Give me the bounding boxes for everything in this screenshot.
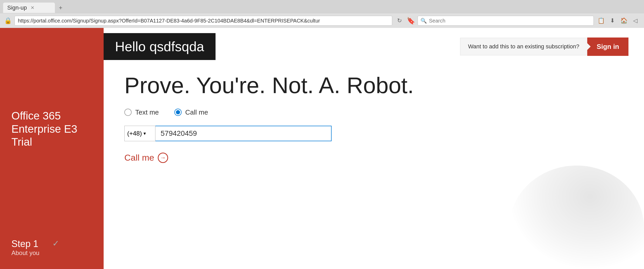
search-icon: 🔍 [420,18,427,24]
search-bar[interactable]: 🔍 [418,16,594,26]
dropdown-chevron-icon: ▾ [144,131,146,136]
security-lock-icon: 🔒 [4,17,12,24]
right-arrow-icon: → [160,154,166,161]
sidebar-product-info: Office 365 Enterprise E3 Trial [11,78,92,148]
call-me-cta-label: Call me [124,153,154,163]
step-row: Step 1 About you ✓ [11,238,92,257]
radio-selected-indicator [176,110,180,114]
phone-row: (+48) ▾ [124,126,623,141]
tab-title: Sign-up [7,4,27,11]
toolbar-icons: 📋 ⬇ 🏠 ◁ [596,16,640,25]
step-number: Step 1 [11,238,39,249]
browser-chrome: Sign-up ✕ + 🔒 https://portal.office.com/… [0,0,644,28]
contact-method-row: Text me Call me [124,108,623,116]
robot-section: Prove. You're. Not. A. Robot. Text me Ca… [104,65,644,163]
tab-bar: Sign-up ✕ + [0,0,644,13]
back-icon[interactable]: ◁ [631,16,640,25]
download-icon[interactable]: ⬇ [608,16,617,25]
hello-text: Hello qsdfsqda [115,39,204,54]
address-bar-row: 🔒 https://portal.office.com/Signup/Signu… [0,13,644,28]
background-person-image [509,166,644,269]
text-me-radio[interactable] [124,109,132,116]
page-content: Office 365 Enterprise E3 Trial Step 1 Ab… [0,28,644,269]
sign-in-button[interactable]: Sign in [587,38,628,56]
call-me-cta[interactable]: Call me → [124,153,623,163]
step-info: Step 1 About you [11,238,39,257]
bookmark-icon[interactable]: 🔖 [407,17,415,25]
step-description: About you [11,249,39,257]
main-content: Hello qsdfsqda Want to add this to an ex… [104,28,644,269]
check-icon: ✓ [52,239,59,248]
country-code-value: (+48) [127,130,142,137]
call-me-radio[interactable] [174,109,182,116]
sidebar: Office 365 Enterprise E3 Trial Step 1 Ab… [0,28,104,269]
product-name: Office 365 [11,109,92,122]
text-me-label: Text me [135,108,159,116]
step-check: ✓ [52,238,59,248]
search-input[interactable] [429,18,591,24]
country-code-dropdown[interactable]: (+48) ▾ [124,126,155,141]
arrow-circle-icon: → [158,153,168,163]
sign-in-area: Want to add this to an existing subscrip… [460,38,628,56]
url-text: https://portal.office.com/Signup/Signup.… [18,18,320,24]
phone-number-input[interactable] [155,126,332,141]
url-bar[interactable]: https://portal.office.com/Signup/Signup.… [15,16,392,26]
product-edition: Enterprise E3 Trial [11,123,92,149]
product-title: Office 365 Enterprise E3 Trial [11,109,92,148]
new-tab-button[interactable]: + [56,3,65,12]
home-icon[interactable]: 🏠 [619,16,628,25]
text-me-option[interactable]: Text me [124,108,159,116]
person-silhouette [509,166,644,269]
active-tab[interactable]: Sign-up ✕ [3,3,55,13]
existing-subscription-text: Want to add this to an existing subscrip… [460,38,588,55]
tab-close-button[interactable]: ✕ [30,5,36,11]
header-area: Hello qsdfsqda Want to add this to an ex… [104,28,644,65]
hello-banner: Hello qsdfsqda [104,33,216,60]
call-me-radio-label: Call me [185,108,208,116]
reload-button[interactable]: ↻ [395,16,404,25]
sidebar-bottom: Step 1 About you ✓ [11,187,92,257]
robot-title: Prove. You're. Not. A. Robot. [124,73,623,98]
pocket-icon[interactable]: 📋 [596,16,606,25]
call-me-option[interactable]: Call me [174,108,208,116]
